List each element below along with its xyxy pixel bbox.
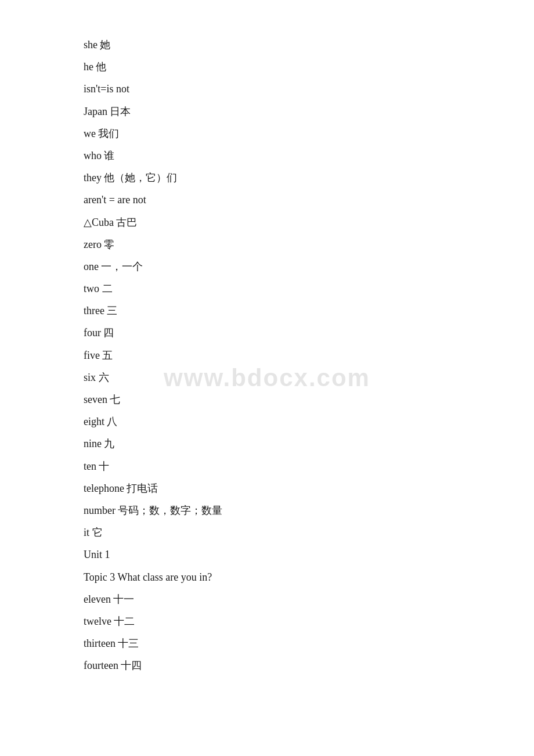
list-item: six 六: [84, 368, 450, 387]
list-item: twelve 十二: [84, 611, 450, 631]
list-item: they 他（她，它）们: [84, 168, 450, 188]
list-item: number 号码；数，数字；数量: [84, 501, 450, 520]
list-item: four 四: [84, 323, 450, 343]
list-item: thirteen 十三: [84, 633, 450, 653]
list-item: nine 九: [84, 434, 450, 453]
list-item: ten 十: [84, 456, 450, 476]
list-item: three 三: [84, 301, 450, 321]
list-item: who 谁: [84, 146, 450, 165]
list-item: Topic 3 What class are you in?: [84, 567, 450, 587]
list-item: he 他: [84, 57, 450, 77]
list-item: seven 七: [84, 390, 450, 409]
list-item: two 二: [84, 279, 450, 298]
list-item: zero 零: [84, 235, 450, 254]
list-item: eight 八: [84, 412, 450, 431]
vocab-list: she 她he 他isn't=is notJapan 日本we 我们who 谁t…: [0, 0, 534, 712]
list-item: △Cuba 古巴: [84, 213, 450, 232]
list-item: Japan 日本: [84, 102, 450, 121]
list-item: eleven 十一: [84, 589, 450, 609]
list-item: telephone 打电话: [84, 478, 450, 498]
list-item: she 她: [84, 35, 450, 55]
list-item: five 五: [84, 345, 450, 365]
list-item: it 它: [84, 523, 450, 542]
list-item: Unit 1: [84, 545, 450, 564]
list-item: isn't=is not: [84, 79, 450, 99]
list-item: fourteen 十四: [84, 656, 450, 675]
list-item: one 一，一个: [84, 257, 450, 276]
list-item: aren't = are not: [84, 190, 450, 210]
list-item: we 我们: [84, 124, 450, 143]
